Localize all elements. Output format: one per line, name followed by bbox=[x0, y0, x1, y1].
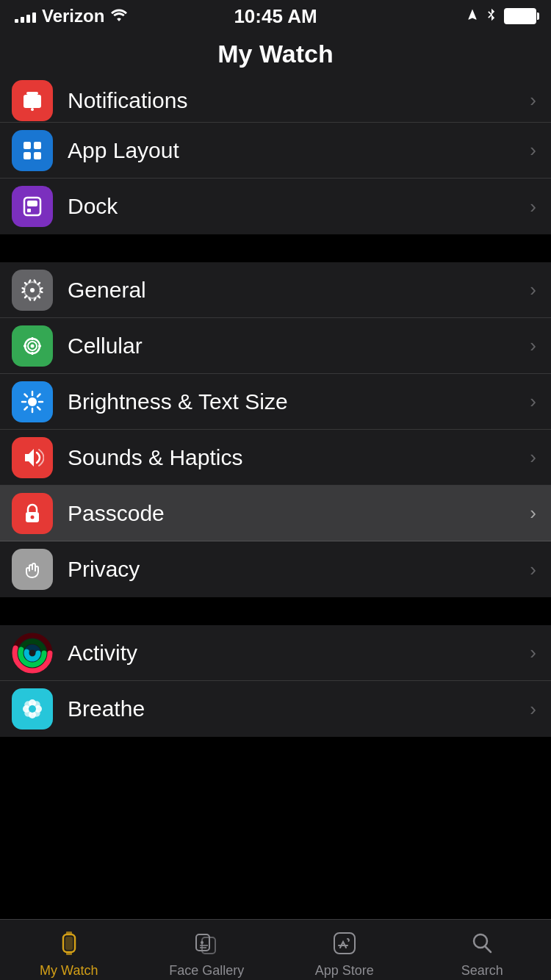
carrier-label: Verizon bbox=[42, 6, 104, 26]
svg-point-10 bbox=[30, 288, 35, 292]
app-layout-label: App Layout bbox=[68, 138, 522, 163]
status-right bbox=[466, 7, 536, 26]
notifications-row[interactable]: Notifications › bbox=[0, 79, 551, 123]
svg-rect-9 bbox=[27, 209, 31, 212]
svg-point-18 bbox=[28, 397, 37, 406]
tab-my-watch[interactable]: My Watch bbox=[0, 927, 138, 979]
battery-icon bbox=[504, 8, 536, 24]
cellular-icon bbox=[12, 325, 53, 367]
sounds-label: Sounds & Haptics bbox=[68, 445, 522, 470]
gap-2 bbox=[0, 599, 551, 625]
privacy-icon bbox=[12, 549, 53, 590]
dock-row[interactable]: Dock › bbox=[0, 179, 551, 234]
search-tab-icon bbox=[466, 927, 498, 959]
passcode-row[interactable]: Passcode › bbox=[0, 486, 551, 541]
dock-icon bbox=[12, 186, 53, 227]
svg-point-50 bbox=[201, 941, 204, 944]
section-bottom: Activity › Breathe › bbox=[0, 625, 551, 737]
notifications-label: Notifications bbox=[68, 88, 522, 113]
brightness-chevron: › bbox=[530, 390, 536, 413]
breathe-row[interactable]: Breathe › bbox=[0, 681, 551, 737]
page-title: My Watch bbox=[0, 32, 551, 79]
activity-label: Activity bbox=[68, 641, 522, 666]
passcode-chevron: › bbox=[530, 502, 536, 525]
svg-rect-47 bbox=[66, 951, 72, 955]
svg-rect-1 bbox=[24, 95, 41, 108]
svg-line-24 bbox=[37, 407, 40, 410]
svg-point-13 bbox=[31, 344, 35, 347]
passcode-icon bbox=[12, 493, 53, 534]
sounds-icon bbox=[12, 437, 53, 478]
svg-rect-8 bbox=[27, 201, 37, 206]
activity-chevron: › bbox=[530, 641, 536, 664]
svg-rect-46 bbox=[66, 932, 72, 935]
tab-bar: My Watch Face Gallery App Store bbox=[0, 919, 551, 980]
brightness-icon bbox=[12, 381, 53, 422]
notifications-icon bbox=[12, 80, 53, 121]
svg-line-26 bbox=[25, 407, 28, 410]
sounds-row[interactable]: Sounds & Haptics › bbox=[0, 430, 551, 486]
breathe-label: Breathe bbox=[68, 696, 522, 721]
app-layout-chevron: › bbox=[530, 139, 536, 162]
brightness-row[interactable]: Brightness & Text Size › bbox=[0, 374, 551, 430]
svg-rect-45 bbox=[65, 937, 73, 950]
svg-rect-0 bbox=[26, 92, 38, 95]
section-top: Notifications › App Layout › bbox=[0, 79, 551, 234]
svg-line-23 bbox=[25, 394, 28, 397]
svg-rect-4 bbox=[34, 142, 41, 149]
breathe-chevron: › bbox=[530, 698, 536, 721]
breathe-icon bbox=[12, 688, 53, 729]
location-icon bbox=[466, 8, 479, 25]
wifi-icon bbox=[110, 7, 128, 26]
cellular-label: Cellular bbox=[68, 334, 522, 359]
dock-chevron: › bbox=[530, 195, 536, 218]
svg-line-25 bbox=[37, 394, 40, 397]
bluetooth-icon bbox=[486, 7, 497, 26]
signal-bars-icon bbox=[15, 10, 36, 23]
passcode-label: Passcode bbox=[68, 501, 522, 526]
svg-rect-3 bbox=[24, 142, 31, 149]
svg-rect-6 bbox=[34, 152, 41, 159]
svg-point-2 bbox=[31, 108, 34, 111]
face-gallery-tab-icon bbox=[190, 927, 223, 959]
svg-rect-5 bbox=[24, 152, 31, 159]
privacy-label: Privacy bbox=[68, 557, 522, 582]
my-watch-tab-icon bbox=[53, 927, 85, 959]
app-store-tab-label: App Store bbox=[315, 963, 374, 979]
app-layout-row[interactable]: App Layout › bbox=[0, 123, 551, 179]
search-tab-label: Search bbox=[461, 963, 503, 979]
cellular-chevron: › bbox=[530, 334, 536, 357]
svg-line-55 bbox=[486, 947, 491, 953]
app-store-tab-icon bbox=[328, 927, 361, 959]
privacy-row[interactable]: Privacy › bbox=[0, 541, 551, 597]
svg-point-28 bbox=[31, 515, 35, 519]
notifications-chevron: › bbox=[530, 89, 536, 112]
general-icon bbox=[12, 270, 53, 311]
dock-label: Dock bbox=[68, 194, 522, 219]
status-left: Verizon bbox=[15, 6, 128, 26]
section-middle: General › Cellular › bbox=[0, 262, 551, 597]
tab-app-store[interactable]: App Store bbox=[276, 927, 414, 979]
tab-search[interactable]: Search bbox=[414, 927, 552, 979]
sounds-chevron: › bbox=[530, 446, 536, 469]
general-chevron: › bbox=[530, 278, 536, 301]
tab-face-gallery[interactable]: Face Gallery bbox=[138, 927, 276, 979]
svg-point-43 bbox=[29, 705, 36, 713]
general-label: General bbox=[68, 278, 522, 303]
brightness-label: Brightness & Text Size bbox=[68, 389, 522, 414]
app-layout-icon bbox=[12, 130, 53, 171]
status-bar: Verizon 10:45 AM bbox=[0, 0, 551, 32]
gap-1 bbox=[0, 236, 551, 262]
face-gallery-tab-label: Face Gallery bbox=[169, 963, 244, 979]
status-time: 10:45 AM bbox=[234, 5, 317, 28]
settings-scroll: Notifications › App Layout › bbox=[0, 79, 551, 920]
cellular-row[interactable]: Cellular › bbox=[0, 318, 551, 374]
activity-icon bbox=[12, 633, 53, 674]
privacy-chevron: › bbox=[530, 558, 536, 581]
activity-row[interactable]: Activity › bbox=[0, 625, 551, 681]
general-row[interactable]: General › bbox=[0, 262, 551, 318]
my-watch-tab-label: My Watch bbox=[40, 963, 98, 979]
